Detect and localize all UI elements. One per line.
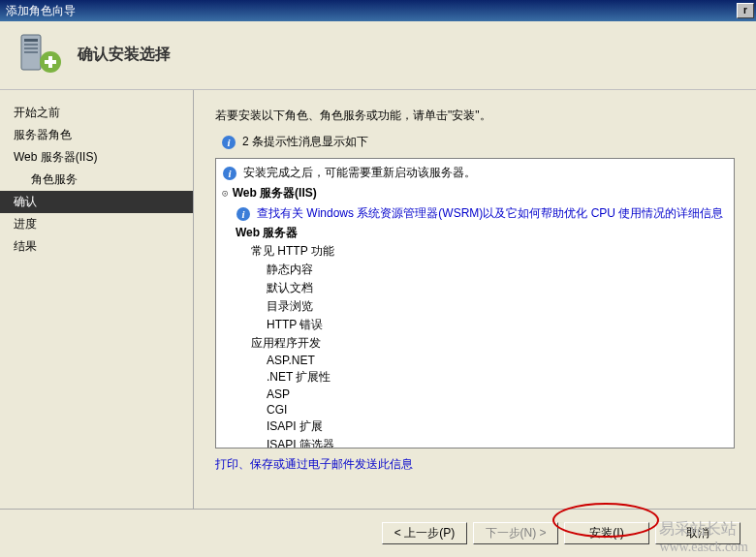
tree-defaultdoc: 默认文档 xyxy=(267,279,728,297)
sidebar-item-progress[interactable]: 进度 xyxy=(0,213,193,235)
hint-row: i 2 条提示性消息显示如下 xyxy=(221,134,735,150)
print-link[interactable]: 打印、保存或通过电子邮件发送此信息 xyxy=(215,456,735,473)
tree-aspnet: ASP.NET xyxy=(267,353,728,368)
confirmation-box: i 安装完成之后，可能需要重新启动该服务器。 ⊙ Web 服务器(IIS) i … xyxy=(215,158,735,449)
collapse-icon: ⊙ xyxy=(222,187,229,200)
next-button[interactable]: 下一步(N) > xyxy=(473,522,558,544)
tree-netext: .NET 扩展性 xyxy=(267,368,728,387)
role-header[interactable]: ⊙ Web 服务器(IIS) xyxy=(222,183,728,203)
sidebar-item-iis[interactable]: Web 服务器(IIS) xyxy=(0,146,193,169)
wizard-icon xyxy=(16,31,62,77)
tree-dirbrowse: 目录浏览 xyxy=(267,297,728,316)
restart-text: 安装完成之后，可能需要重新启动该服务器。 xyxy=(243,165,476,181)
sidebar-item-roles[interactable]: 服务器角色 xyxy=(0,124,193,146)
info-icon: i xyxy=(222,166,237,181)
sidebar: 开始之前 服务器角色 Web 服务器(IIS) 角色服务 确认 进度 结果 xyxy=(0,90,194,516)
sidebar-item-roleservice[interactable]: 角色服务 xyxy=(0,169,193,191)
sidebar-item-before[interactable]: 开始之前 xyxy=(0,102,193,124)
wsrm-link[interactable]: 查找有关 Windows 系统资源管理器(WSRM)以及它如何帮助优化 CPU … xyxy=(257,205,723,222)
tree-appdev: 应用程序开发 xyxy=(251,334,728,353)
tree-asp: ASP xyxy=(267,387,728,402)
feature-tree: Web 服务器 常见 HTTP 功能 静态内容 默认文档 目录浏览 HTTP 错… xyxy=(236,224,728,449)
svg-rect-4 xyxy=(24,51,38,53)
tree-isapiext: ISAPI 扩展 xyxy=(267,418,728,436)
sidebar-item-result[interactable]: 结果 xyxy=(0,235,193,258)
tree-web-server: Web 服务器 xyxy=(236,224,728,242)
previous-button[interactable]: < 上一步(P) xyxy=(382,522,467,544)
titlebar: 添加角色向导 r xyxy=(0,0,756,21)
hint-text: 2 条提示性消息显示如下 xyxy=(242,134,368,150)
role-title: Web 服务器(IIS) xyxy=(233,185,317,201)
install-button[interactable]: 安装(I) xyxy=(564,522,649,544)
restart-warning: i 安装完成之后，可能需要重新启动该服务器。 xyxy=(222,163,728,183)
cancel-button[interactable]: 取消 xyxy=(655,522,740,544)
instruction-text: 若要安装以下角色、角色服务或功能，请单击"安装"。 xyxy=(215,108,735,124)
svg-rect-7 xyxy=(45,60,56,64)
wizard-body: 开始之前 服务器角色 Web 服务器(IIS) 角色服务 确认 进度 结果 若要… xyxy=(0,90,756,516)
svg-rect-2 xyxy=(24,44,38,46)
tree-httperrors: HTTP 错误 xyxy=(267,316,728,334)
page-title: 确认安装选择 xyxy=(78,45,171,65)
wizard-header: 确认安装选择 xyxy=(0,21,756,90)
info-icon: i xyxy=(236,206,251,222)
wizard-footer: < 上一步(P) 下一步(N) > 安装(I) 取消 xyxy=(0,509,756,557)
main-content: 若要安装以下角色、角色服务或功能，请单击"安装"。 i 2 条提示性消息显示如下… xyxy=(194,90,756,516)
svg-rect-3 xyxy=(24,47,38,49)
tree-common-http: 常见 HTTP 功能 xyxy=(251,242,728,261)
close-button[interactable]: r xyxy=(737,3,754,18)
window-title: 添加角色向导 xyxy=(6,3,737,19)
info-icon: i xyxy=(221,135,236,150)
tree-isapifilter: ISAPI 筛选器 xyxy=(267,436,728,449)
svg-rect-1 xyxy=(24,39,38,42)
tree-cgi: CGI xyxy=(267,402,728,418)
wsrm-row: i 查找有关 Windows 系统资源管理器(WSRM)以及它如何帮助优化 CP… xyxy=(236,203,728,224)
sidebar-item-confirm[interactable]: 确认 xyxy=(0,191,193,213)
tree-static: 静态内容 xyxy=(267,261,728,279)
